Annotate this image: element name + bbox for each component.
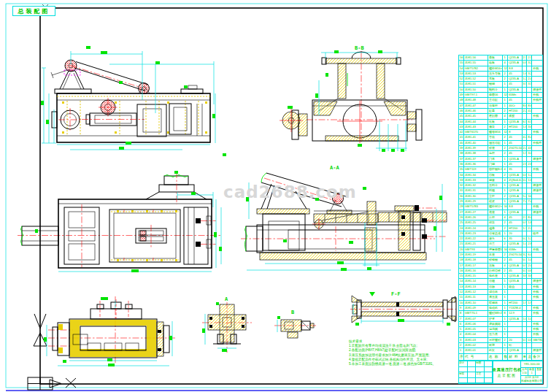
table-cell: 8.4	[527, 135, 532, 139]
table-cell: JD81-45	[464, 114, 488, 118]
table-cell	[527, 322, 532, 326]
table-cell	[532, 269, 542, 273]
table-row: 7JD81-07护罩1Q235-A1.01.0	[459, 317, 542, 322]
table-cell	[527, 114, 532, 118]
table-cell: 立柱	[488, 194, 504, 199]
table-cell	[523, 114, 528, 118]
table-cell: 7	[459, 317, 464, 321]
table-cell: JD81-56	[464, 55, 488, 60]
table-row: 41JD81-41导轨2454.28.4	[459, 135, 542, 140]
table-cell: ZQSn6-6-3	[508, 178, 522, 182]
table-cell	[527, 204, 532, 209]
table-cell: 1.2	[527, 173, 532, 177]
table-cell: 2.2	[527, 226, 532, 231]
table-cell: 1.0	[523, 317, 528, 321]
table-cell: 电机座	[488, 274, 504, 278]
table-cell: 0.8	[523, 61, 528, 65]
table-row: 27JD81-27底座1Q235-A焊接件	[459, 210, 542, 215]
table-cell: 2	[503, 173, 508, 177]
table-cell: 外购	[532, 130, 542, 134]
table-cell: 外购	[532, 167, 542, 172]
table-cell: 51	[459, 82, 464, 86]
table-cell: 35	[508, 237, 522, 241]
table-cell: Q235-A	[508, 274, 522, 278]
product-name: 金属液压打包机	[493, 367, 522, 372]
scale-cell: 比例1:10	[521, 368, 528, 375]
table-cell: 铰链销	[488, 258, 504, 262]
section-label-ff: F-F	[391, 291, 401, 297]
table-cell	[523, 204, 528, 209]
table-cell	[508, 322, 522, 326]
table-cell: 12	[503, 66, 508, 71]
table-cell: JD81-44	[464, 120, 488, 124]
signature-row	[459, 378, 493, 384]
table-cell: 8.8	[508, 66, 522, 71]
table-cell: 10	[459, 301, 464, 305]
view-front-elevation	[41, 46, 215, 150]
table-cell: 43	[459, 125, 464, 129]
table-cell: 操纵阀组	[488, 322, 504, 326]
table-cell	[532, 104, 542, 108]
table-cell: 45	[459, 114, 464, 118]
table-cell: 焊接件	[532, 348, 542, 353]
table-cell	[527, 210, 532, 215]
table-cell: 2	[503, 151, 508, 155]
table-cell	[523, 343, 528, 347]
table-cell	[532, 125, 542, 129]
table-cell: HT200	[508, 301, 522, 305]
table-cell: 法兰	[488, 242, 504, 246]
table-cell: 45	[508, 141, 522, 145]
table-cell	[532, 220, 542, 225]
table-cell: 1.4	[523, 242, 528, 246]
table-cell: 缸盖	[488, 109, 504, 113]
table-cell: 28	[459, 204, 464, 209]
table-cell: 螺栓M12×35	[488, 204, 504, 209]
table-cell	[523, 157, 528, 161]
table-row: 29JD81-29横梁1Q235-A7.47.4	[459, 199, 542, 204]
table-cell: 45	[508, 82, 522, 86]
table-cell: 45	[508, 151, 522, 155]
table-row: 56JD81-56盖板1Q235-A2.12.1	[459, 55, 542, 61]
table-cell: 40	[459, 141, 464, 145]
table-cell: 1	[503, 322, 508, 326]
table-cell: 14	[459, 279, 464, 283]
table-cell	[527, 311, 532, 315]
table-cell: 2	[503, 77, 508, 81]
table-cell	[532, 162, 542, 166]
corner-label: 总装配图	[12, 6, 55, 16]
table-cell	[527, 183, 532, 188]
table-cell: 活塞杆	[488, 104, 504, 108]
table-cell: 滑块	[488, 125, 504, 129]
drawing-number: Y81-100-00	[521, 361, 542, 368]
table-row: 45JD81-45密封圈4橡胶外购	[459, 114, 542, 119]
table-cell: 外购	[532, 306, 542, 310]
table-cell	[532, 274, 542, 278]
table-header-cell: 总重	[527, 354, 532, 360]
table-cell	[523, 130, 528, 134]
table-cell: 焊接件	[532, 88, 542, 92]
table-row: 52JD81-52耳板2Q235-A1.22.4	[459, 77, 542, 82]
table-cell: 1	[503, 188, 508, 193]
table-cell: 1.2	[523, 77, 528, 81]
table-cell	[532, 301, 542, 305]
table-cell: 16	[503, 204, 508, 209]
table-row: 54GB/T5782螺栓M16×50128.8外购	[459, 66, 542, 72]
table-cell: Q235-A	[508, 183, 522, 188]
table-cell: 35	[459, 167, 464, 172]
table-cell: JD81-07	[464, 317, 488, 321]
table-row: 8GB/T70.1螺钉M8×25812.9外购	[459, 311, 542, 316]
table-row: 28GB/T5783螺栓M12×35168.8外购	[459, 204, 542, 210]
signature-cell	[476, 378, 485, 383]
table-row: 2JD81-02铭牌1铝	[459, 343, 542, 348]
table-row: 50JD81-50翻料斗1Q235-A焊接件	[459, 88, 542, 93]
table-cell: 2	[503, 269, 508, 273]
table-cell: 38	[459, 151, 464, 155]
table-cell: 挡板	[488, 173, 504, 177]
table-cell: JD81-09	[464, 306, 488, 310]
table-row: 19JD81-19支座2ZG270-5003.26.4	[459, 253, 542, 258]
table-cell: 39	[459, 146, 464, 150]
fold-mark-cross	[66, 378, 76, 388]
table-cell: 1	[503, 317, 508, 321]
table-cell: 行程挡铁	[488, 269, 504, 273]
table-cell	[532, 317, 542, 321]
